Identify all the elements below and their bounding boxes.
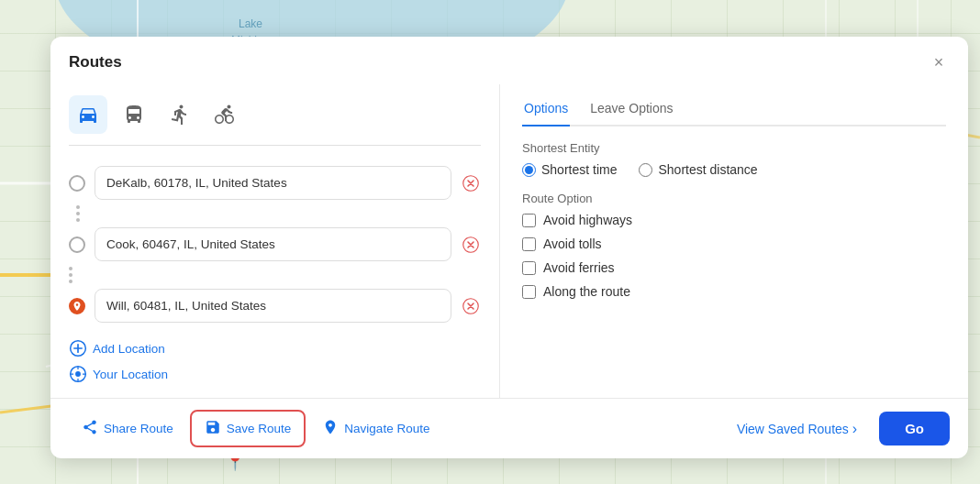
tab-leave-options[interactable]: Leave Options <box>588 95 674 126</box>
route-option-title: Route Option <box>522 192 946 205</box>
shortest-entity-section: Shortest Entity Shortest time Shortest d… <box>522 141 946 177</box>
bike-icon <box>215 104 237 126</box>
svg-text:Lake: Lake <box>239 17 262 30</box>
tab-options[interactable]: Options <box>522 95 570 126</box>
mode-bike-button[interactable] <box>206 95 245 134</box>
stop-2-row <box>69 222 481 267</box>
mode-walk-button[interactable] <box>161 95 199 134</box>
navigate-route-icon <box>322 419 339 438</box>
along-route-option[interactable]: Along the route <box>522 284 946 299</box>
route-inputs: Add Location Your Location <box>69 160 481 383</box>
svg-point-20 <box>75 371 81 377</box>
stop-3-row <box>69 283 481 328</box>
route-option-section: Route Option Avoid highways Avoid tolls <box>522 192 946 299</box>
shortest-distance-label: Shortest distance <box>658 162 757 177</box>
remove-2-icon <box>462 236 479 253</box>
shortest-distance-radio[interactable] <box>639 163 652 177</box>
chevron-right-icon: › <box>852 421 857 437</box>
avoid-ferries-option[interactable]: Avoid ferries <box>522 260 946 275</box>
connector-dot-2 <box>76 212 80 215</box>
stop-2-input[interactable] <box>95 227 451 261</box>
stop-3-input[interactable] <box>95 289 451 323</box>
routes-modal: Routes × <box>50 37 968 458</box>
save-route-label: Save Route <box>227 422 292 435</box>
location-target-icon <box>69 365 87 383</box>
shortest-distance-option[interactable]: Shortest distance <box>639 162 757 177</box>
bus-icon <box>123 104 145 126</box>
stop-3-remove-button[interactable] <box>461 296 481 316</box>
go-button[interactable]: Go <box>879 412 950 446</box>
shortest-entity-title: Shortest Entity <box>522 141 946 155</box>
transport-modes <box>69 95 481 146</box>
route-option-checkboxes: Avoid highways Avoid tolls Avoid ferries <box>522 213 946 299</box>
modal-title: Routes <box>69 53 122 72</box>
car-icon <box>77 104 99 126</box>
save-route-button[interactable]: Save Route <box>190 410 306 447</box>
right-panel: Options Leave Options Shortest Entity Sh… <box>500 84 968 398</box>
view-saved-routes-button[interactable]: View Saved Routes › <box>726 413 868 445</box>
remove-3-icon <box>462 298 479 314</box>
avoid-ferries-label: Avoid ferries <box>543 260 615 275</box>
view-saved-routes-label: View Saved Routes <box>737 422 849 436</box>
stop-1-input[interactable] <box>95 166 451 200</box>
shortest-entity-radio-group: Shortest time Shortest distance <box>522 162 946 177</box>
options-content: Shortest Entity Shortest time Shortest d… <box>522 141 946 383</box>
connector-dot-5 <box>69 273 72 277</box>
walk-icon <box>169 104 191 126</box>
connector-dot-1 <box>76 205 80 209</box>
modal-footer: Share Route Save Route Navigate Route Vi… <box>50 398 968 458</box>
avoid-tolls-label: Avoid tolls <box>543 236 602 251</box>
save-route-icon <box>205 419 221 438</box>
stop-2-remove-button[interactable] <box>461 235 481 255</box>
avoid-ferries-checkbox[interactable] <box>522 261 536 275</box>
avoid-tolls-checkbox[interactable] <box>522 237 536 251</box>
remove-1-icon <box>462 175 479 192</box>
avoid-highways-checkbox[interactable] <box>522 214 536 227</box>
along-route-label: Along the route <box>543 284 630 299</box>
your-location-link[interactable]: Your Location <box>69 365 481 383</box>
share-route-label: Share Route <box>104 422 173 435</box>
share-route-icon <box>82 419 98 438</box>
avoid-highways-option[interactable]: Avoid highways <box>522 213 946 227</box>
stop-1-remove-button[interactable] <box>461 173 481 193</box>
your-location-label: Your Location <box>93 368 168 381</box>
stop-1-row <box>69 160 481 205</box>
shortest-time-label: Shortest time <box>541 162 617 177</box>
add-location-icon <box>69 339 87 358</box>
stop-3-dot <box>69 298 85 314</box>
plus-circle-icon <box>69 339 87 358</box>
shortest-time-radio[interactable] <box>522 163 536 177</box>
mode-car-button[interactable] <box>69 95 107 134</box>
add-location-label: Add Location <box>93 342 165 356</box>
navigate-route-label: Navigate Route <box>344 422 429 435</box>
shortest-time-option[interactable]: Shortest time <box>522 162 617 177</box>
connector-dot-4 <box>69 267 72 270</box>
mode-bus-button[interactable] <box>115 95 153 134</box>
modal-header: Routes × <box>50 37 968 84</box>
stop-2-dot <box>69 236 85 253</box>
modal-body: Add Location Your Location <box>50 84 968 398</box>
your-location-icon <box>69 365 87 383</box>
action-links: Add Location Your Location <box>69 339 481 383</box>
destination-pin-icon <box>72 301 83 312</box>
share-route-button[interactable]: Share Route <box>69 412 186 446</box>
navigate-route-button[interactable]: Navigate Route <box>309 412 442 446</box>
add-location-link[interactable]: Add Location <box>69 339 481 358</box>
avoid-tolls-option[interactable]: Avoid tolls <box>522 236 946 251</box>
close-button[interactable]: × <box>928 51 950 73</box>
avoid-highways-label: Avoid highways <box>543 213 632 227</box>
left-panel: Add Location Your Location <box>50 84 500 398</box>
stop-1-dot <box>69 175 85 192</box>
along-route-checkbox[interactable] <box>522 285 536 299</box>
options-tabs: Options Leave Options <box>522 95 946 126</box>
